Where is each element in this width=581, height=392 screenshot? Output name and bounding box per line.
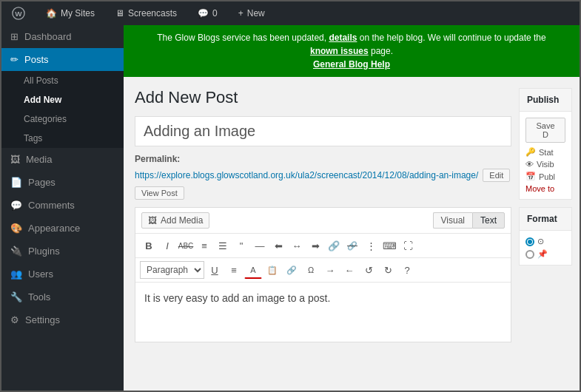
known-issues-link[interactable]: known issues: [310, 46, 369, 56]
kitchen-sink-button[interactable]: ⌨: [380, 237, 398, 254]
add-media-button[interactable]: 🖼 Add Media: [141, 212, 209, 229]
format-box-header: Format: [520, 208, 571, 231]
strikethrough-button[interactable]: ABC: [177, 237, 195, 254]
underline-button[interactable]: U: [206, 261, 224, 279]
format-box: Format ⊙ 📌: [519, 207, 572, 266]
new-content-button[interactable]: + New: [234, 1, 269, 25]
sidebar-item-comments[interactable]: 💬 Comments: [1, 194, 124, 217]
editor-area: Add New Post (function(){ var d = JSON.p…: [135, 88, 511, 383]
insert-link-button[interactable]: 🔗: [283, 261, 300, 279]
publish-box: Publish Save D 🔑 Stat 👁 Visib: [519, 88, 572, 200]
blockquote-button[interactable]: ": [232, 237, 250, 254]
align-left-button[interactable]: ⬅: [269, 237, 287, 254]
plugins-icon: 🔌: [10, 246, 22, 257]
view-post-button[interactable]: View Post: [135, 186, 184, 200]
sidebar-item-dashboard[interactable]: ⊞ Dashboard: [1, 25, 124, 48]
right-sidebar: Publish Save D 🔑 Stat 👁 Visib: [519, 88, 572, 383]
my-sites-button[interactable]: 🏠 My Sites: [41, 1, 99, 25]
unordered-list-button[interactable]: ≡: [195, 237, 213, 254]
add-media-icon: 🖼: [148, 215, 157, 226]
visual-tab[interactable]: Visual: [433, 212, 472, 229]
format-aside-option[interactable]: 📌: [525, 249, 565, 259]
sidebar-item-tags[interactable]: Tags: [1, 129, 124, 148]
paragraph-select[interactable]: Paragraph: [140, 261, 204, 279]
help-button[interactable]: ?: [398, 261, 416, 279]
comment-icon: 💬: [198, 8, 209, 18]
svg-text:W: W: [15, 10, 22, 18]
dashboard-icon: ⊞: [10, 31, 19, 42]
settings-icon: ⚙: [10, 314, 19, 325]
calendar-icon: 📅: [525, 172, 536, 181]
permalink-url[interactable]: https://explore.blogs.glowscotland.org.u…: [135, 170, 478, 180]
sidebar-item-appearance[interactable]: 🎨 Appearance: [1, 217, 124, 240]
format-standard-radio[interactable]: [525, 237, 534, 246]
page-title: Add New Post: [135, 88, 511, 107]
general-blog-help-link[interactable]: General Blog Help: [313, 59, 390, 70]
eye-icon: 👁: [525, 160, 534, 169]
text-tab[interactable]: Text: [472, 212, 505, 229]
sidebar-item-pages[interactable]: 📄 Pages: [1, 171, 124, 194]
justify-button[interactable]: ≡: [225, 261, 243, 279]
text-color-button[interactable]: A: [244, 261, 262, 279]
toolbar-options-button[interactable]: ⋮: [362, 237, 380, 254]
sidebar-item-all-posts[interactable]: All Posts: [1, 71, 124, 90]
editor-content[interactable]: It is very easy to add an image to a pos…: [135, 283, 511, 342]
special-chars-button[interactable]: Ω: [302, 261, 320, 279]
bold-button[interactable]: B: [140, 237, 158, 254]
format-aside-radio[interactable]: [525, 250, 534, 259]
status-row: 🔑 Stat: [525, 147, 565, 157]
sidebar-item-users[interactable]: 👥 Users: [1, 263, 124, 285]
post-title-input[interactable]: [135, 116, 511, 146]
comments-icon: 💬: [10, 200, 22, 211]
editor-box: 🖼 Add Media Visual Text B I: [135, 207, 511, 342]
view-toggle: Visual Text: [433, 212, 505, 229]
undo-button[interactable]: ↺: [360, 261, 377, 279]
format-standard-option[interactable]: ⊙: [525, 237, 565, 246]
fullscreen-button[interactable]: ⛶: [399, 237, 417, 254]
notification-details-link[interactable]: details: [329, 33, 357, 43]
posts-submenu: All Posts Add New Categories Tags: [1, 71, 124, 148]
tools-icon: 🔧: [10, 291, 22, 303]
appearance-icon: 🎨: [10, 223, 22, 234]
notification-bar: The Glow Blogs service has been updated,…: [124, 25, 580, 77]
italic-button[interactable]: I: [158, 237, 176, 254]
horizontal-rule-button[interactable]: —: [251, 237, 269, 254]
sidebar-item-categories[interactable]: Categories: [1, 109, 124, 129]
sidebar-item-settings[interactable]: ⚙ Settings: [1, 308, 124, 331]
unlink-button[interactable]: 🔗: [343, 237, 361, 254]
move-to-trash-link[interactable]: Move to: [525, 184, 565, 193]
content-area: The Glow Blogs service has been updated,…: [124, 25, 580, 391]
editor-toolbar-top: 🖼 Add Media Visual Text: [135, 208, 511, 234]
save-draft-button[interactable]: Save D: [525, 118, 565, 143]
key-icon: 🔑: [525, 147, 536, 157]
format-standard-icon: ⊙: [537, 237, 544, 246]
plus-icon: +: [238, 8, 244, 18]
screencasts-button[interactable]: 🖥 Screencasts: [111, 1, 181, 25]
wp-logo-button[interactable]: W: [7, 1, 30, 25]
home-icon: 🏠: [46, 8, 57, 18]
screencasts-icon: 🖥: [115, 8, 124, 18]
redo-button[interactable]: ↻: [379, 261, 397, 279]
sidebar-item-tools[interactable]: 🔧 Tools: [1, 285, 124, 308]
notification-text: The Glow Blogs service has been updated,…: [157, 33, 545, 43]
sidebar-item-plugins[interactable]: 🔌 Plugins: [1, 240, 124, 263]
format-aside-icon: 📌: [537, 249, 548, 259]
sidebar-item-posts[interactable]: ✏ Posts: [1, 48, 124, 71]
format-box-content: ⊙ 📌: [520, 231, 571, 265]
align-right-button[interactable]: ➡: [306, 237, 324, 254]
paste-text-button[interactable]: 📋: [263, 261, 281, 279]
ordered-list-button[interactable]: ☰: [214, 237, 232, 254]
permalink-label: Permalink:: [135, 154, 180, 164]
comments-button[interactable]: 💬 0: [193, 1, 222, 25]
link-button[interactable]: 🔗: [325, 237, 343, 254]
align-center-button[interactable]: ↔: [288, 237, 306, 254]
edit-permalink-button[interactable]: Edit: [483, 169, 510, 182]
pages-icon: 📄: [10, 177, 22, 188]
indent-less-button[interactable]: ←: [340, 261, 358, 279]
admin-bar: W 🏠 My Sites 🖥 Screencasts 💬 0 + New: [1, 1, 580, 25]
media-icon: 🖼: [10, 154, 20, 165]
sidebar-item-add-new[interactable]: Add New: [1, 90, 124, 109]
sidebar-item-media[interactable]: 🖼 Media: [1, 148, 124, 171]
indent-more-button[interactable]: →: [321, 261, 339, 279]
users-icon: 👥: [10, 268, 22, 280]
